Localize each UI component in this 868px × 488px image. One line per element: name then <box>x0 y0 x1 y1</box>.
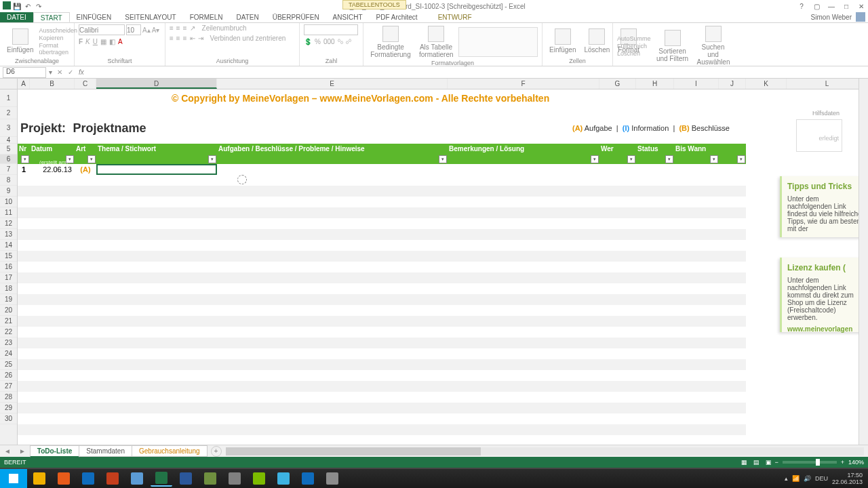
horizontal-scrollbar[interactable] <box>226 447 864 455</box>
table-row[interactable] <box>18 272 746 283</box>
row-header[interactable]: 1 <box>0 89 17 107</box>
row-header[interactable]: 17 <box>0 272 17 283</box>
row-header[interactable]: 12 <box>0 218 17 229</box>
row-header[interactable]: 7 <box>0 164 17 175</box>
view-pagelayout-icon[interactable]: ▤ <box>750 459 762 466</box>
align-center-icon[interactable]: ≡ <box>176 35 180 42</box>
save-icon[interactable]: 💾 <box>12 1 22 11</box>
align-right-icon[interactable]: ≡ <box>183 35 187 42</box>
cell-wer[interactable] <box>599 164 636 175</box>
tab-pdfarchitect[interactable]: PDF Architect <box>370 12 425 22</box>
taskbar-app-icon[interactable] <box>151 470 172 487</box>
table-row[interactable] <box>18 294 746 305</box>
condformat-button[interactable]: Bedingte Formatierung <box>368 24 414 60</box>
select-all-corner[interactable] <box>0 79 17 89</box>
table-row[interactable] <box>18 348 746 359</box>
table-row[interactable] <box>18 327 746 338</box>
tray-lang[interactable]: DEU <box>815 475 828 482</box>
cell-status[interactable] <box>636 164 674 175</box>
table-row[interactable] <box>18 197 746 207</box>
taskbar-app-icon[interactable] <box>77 470 99 487</box>
cell-nr[interactable]: 1 <box>18 164 30 175</box>
cellstyles-gallery[interactable] <box>458 27 538 57</box>
align-top-icon[interactable]: ≡ <box>170 24 174 32</box>
help-icon[interactable]: ? <box>795 3 808 10</box>
taskbar-app-icon[interactable] <box>53 470 75 487</box>
font-name-input[interactable] <box>79 24 125 35</box>
percent-icon[interactable]: % <box>315 38 321 45</box>
table-row[interactable] <box>18 305 746 316</box>
filter-button[interactable]: ▾ <box>710 155 718 163</box>
cell-bemerkungen[interactable] <box>448 164 599 175</box>
taskbar-app-icon[interactable] <box>175 470 197 487</box>
formatastable-button[interactable]: Als Tabelle formatieren <box>416 24 456 60</box>
align-middle-icon[interactable]: ≡ <box>176 24 180 32</box>
row-header[interactable]: 10 <box>0 197 17 207</box>
row-header[interactable]: 5 <box>0 144 17 155</box>
col-header[interactable]: K <box>746 79 787 89</box>
taskbar-app-icon[interactable] <box>126 470 148 487</box>
border-button[interactable]: ▦ <box>100 38 106 45</box>
findselect-button[interactable]: Suchen und Auswählen <box>694 24 732 67</box>
undo-icon[interactable]: ↶ <box>23 1 33 11</box>
tray-clock[interactable]: 17:50 22.06.2013 <box>832 472 863 485</box>
filter-button[interactable]: ▾ <box>627 155 635 163</box>
decrease-font-icon[interactable]: A▾ <box>152 26 160 34</box>
fill-button[interactable]: Füllbereich <box>617 43 651 49</box>
name-box[interactable]: D6 <box>3 67 46 78</box>
tipbox-license-link[interactable]: www.meinevorlagen <box>787 325 863 333</box>
taskbar-app-icon[interactable] <box>321 470 343 487</box>
col-header[interactable]: E <box>217 79 448 89</box>
taskbar-app-icon[interactable] <box>224 470 245 487</box>
row-header[interactable]: 22 <box>0 327 17 338</box>
account-name[interactable]: Simon Weber <box>807 12 856 22</box>
clear-button[interactable]: Löschen <box>617 50 651 57</box>
row-header[interactable]: 8 <box>0 175 17 186</box>
add-sheet-button[interactable]: + <box>211 446 222 457</box>
formula-input[interactable] <box>87 67 868 78</box>
table-row[interactable] <box>18 413 746 424</box>
tab-pagelayout[interactable]: SEITENLAYOUT <box>118 12 182 22</box>
col-header[interactable]: J <box>719 79 746 89</box>
filter-button[interactable]: ▾ <box>208 155 216 163</box>
sheet-tab-stammdaten[interactable]: Stammdaten <box>79 445 132 457</box>
row-header[interactable]: 9 <box>0 186 17 197</box>
row-header[interactable]: 18 <box>0 283 17 294</box>
account-avatar[interactable] <box>856 12 865 22</box>
maximize-icon[interactable]: □ <box>840 3 853 10</box>
vertical-scrollbar[interactable] <box>859 79 868 445</box>
align-bottom-icon[interactable]: ≡ <box>183 24 187 32</box>
cell-biswann[interactable] <box>674 164 719 175</box>
row-header[interactable]: 14 <box>0 240 17 251</box>
orientation-icon[interactable]: ↗ <box>190 24 195 32</box>
table-row[interactable] <box>18 218 746 229</box>
zoom-out-icon[interactable]: − <box>774 459 778 466</box>
table-row[interactable] <box>18 381 746 392</box>
align-left-icon[interactable]: ≡ <box>170 35 174 42</box>
start-button[interactable] <box>0 469 27 488</box>
sortfilter-button[interactable]: Sortieren und Filtern <box>654 28 692 64</box>
col-header[interactable]: G <box>599 79 636 89</box>
view-pagebreak-icon[interactable]: ▣ <box>762 459 774 466</box>
table-row[interactable] <box>18 338 746 348</box>
row-header[interactable]: 4 <box>0 137 17 144</box>
cut-button[interactable]: Ausschneiden <box>39 27 77 34</box>
indent-dec-icon[interactable]: ⇤ <box>190 35 195 42</box>
tab-view[interactable]: ANSICHT <box>326 12 370 22</box>
row-header[interactable]: 2 <box>0 107 17 119</box>
filter-button[interactable]: ▾ <box>21 155 29 163</box>
tray-volume-icon[interactable]: 🔊 <box>804 475 811 482</box>
row-header[interactable]: 19 <box>0 294 17 305</box>
increase-font-icon[interactable]: A▴ <box>142 26 151 34</box>
zoom-slider[interactable] <box>783 461 837 464</box>
wraptext-button[interactable]: Zeilenumbruch <box>202 24 247 32</box>
sheet-tab-todo[interactable]: ToDo-Liste <box>30 445 79 458</box>
underline-button[interactable]: U <box>93 38 98 45</box>
table-row[interactable] <box>18 175 746 186</box>
taskbar-app-icon[interactable] <box>273 470 294 487</box>
comma-icon[interactable]: 000 <box>323 38 335 45</box>
row-header[interactable]: 27 <box>0 381 17 392</box>
insert-cells-button[interactable]: Einfügen <box>547 27 578 55</box>
row-header[interactable]: 30 <box>0 413 17 424</box>
number-format-input[interactable] <box>304 24 358 35</box>
